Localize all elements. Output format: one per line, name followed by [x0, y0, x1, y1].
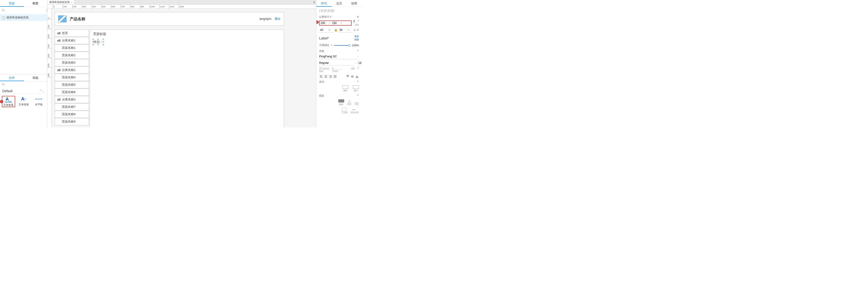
widget-text-label[interactable]: 1 A_ 文本标签 [2, 96, 15, 107]
valign-top-icon[interactable] [346, 75, 350, 78]
resize-handle[interactable] [98, 39, 99, 40]
nav-item[interactable]: 首页 [55, 29, 89, 37]
canvas[interactable]: 产品名称 langzipm 退出 首页 分类名称1 页面名称1 页面名称2 页面… [52, 9, 316, 128]
line-type-select[interactable] [354, 100, 359, 103]
nav-item[interactable]: 分类名称1 [55, 37, 89, 44]
font-family-select[interactable] [319, 54, 356, 59]
rotation-input[interactable] [352, 20, 357, 23]
tab-notes[interactable]: 说明 [346, 0, 362, 7]
tab-masters[interactable]: 母版 [24, 75, 48, 81]
align-right-icon[interactable] [329, 75, 333, 78]
nav-subitem[interactable]: 页面名称7 [55, 103, 89, 111]
folder-icon [57, 69, 61, 71]
mock-main[interactable]: 页面标题 性别： [90, 29, 284, 128]
valign-middle-icon[interactable] [350, 75, 354, 78]
letter-spacing-input[interactable]: 0 [332, 67, 342, 70]
align-left-icon[interactable] [319, 75, 323, 78]
library-select[interactable]: Default ⌃⌄ [0, 88, 47, 94]
arrow-style-select[interactable]: — [351, 108, 357, 111]
visibility-toggle[interactable] [342, 108, 346, 111]
nav-subitem[interactable]: 页面名称8 [55, 111, 89, 118]
nav-subitem[interactable]: 页面名称4 [55, 74, 89, 81]
valign-bottom-icon[interactable] [355, 75, 359, 78]
update-link[interactable]: 更新 [354, 35, 359, 38]
text-label-icon: A_ [2, 96, 15, 103]
flip-v-icon[interactable]: ⇵ [357, 28, 359, 32]
widgets-search-input[interactable] [7, 83, 45, 86]
opacity-value: 100% [352, 44, 359, 47]
resize-handle[interactable] [93, 44, 94, 45]
folder-icon [57, 99, 61, 101]
align-justify-icon[interactable] [333, 75, 337, 78]
library-name: Default [2, 89, 12, 93]
nav-subitem[interactable]: 页面名称6 [55, 88, 89, 96]
svg-line-1 [4, 11, 5, 11]
widget-label: 文本标签 [2, 103, 15, 107]
resize-handle[interactable] [103, 41, 104, 43]
height-input[interactable] [339, 28, 348, 32]
tab-pages[interactable]: 页面 [0, 0, 24, 7]
x-input[interactable] [320, 22, 329, 25]
lock-aspect-icon[interactable]: 🔒 [334, 28, 338, 32]
chevron-down-icon[interactable]: ⌄ [357, 55, 359, 58]
widget-text-paragraph[interactable]: A≡ 文本段落 [17, 96, 30, 107]
nav-subitem[interactable]: 页面名称9 [55, 118, 89, 126]
text-paragraph-icon: A≡ [17, 96, 30, 102]
ruler-horizontal: 0 100 200 300 400 500 600 700 800 900 10… [48, 5, 316, 9]
resize-handle[interactable] [103, 39, 104, 40]
fill-color-swatch[interactable] [342, 85, 348, 89]
tab-overview[interactable]: 概要 [24, 0, 48, 7]
visibility-label: 可见性 [342, 111, 348, 114]
mock-header[interactable]: 产品名称 langzipm 退出 [55, 12, 284, 26]
shape-name-input[interactable]: (矩形名称) [319, 9, 359, 13]
pages-search-input[interactable] [6, 9, 45, 12]
opacity-slider[interactable] [334, 45, 350, 46]
tab-interact[interactable]: 交互 [332, 0, 347, 7]
w-label: W [329, 29, 331, 31]
line-width-input[interactable]: 0 [347, 100, 352, 103]
nav-subitem[interactable]: 页面名称3 [55, 59, 89, 66]
mock-sidebar[interactable]: 首页 分类名称1 页面名称1 页面名称2 页面名称3 分类名称2 页面名称4 页… [55, 29, 89, 126]
resize-handle[interactable] [103, 44, 104, 45]
section-typography: 排版 [319, 49, 324, 53]
tab-components[interactable]: 元件 [0, 75, 24, 81]
selected-text: 性别： [94, 40, 103, 44]
text-transform-icon[interactable]: Aa [351, 67, 354, 73]
widget-hr[interactable]: 水平线 [32, 96, 45, 107]
file-tab[interactable]: 使用单选按钮实现 × [48, 0, 74, 4]
svg-point-13 [41, 99, 42, 100]
line-color-swatch[interactable] [338, 99, 344, 103]
rotation-unit: ° [358, 20, 359, 23]
search-icon [2, 9, 5, 12]
nav-subitem[interactable]: 页面名称2 [55, 52, 89, 59]
font-weight-select[interactable] [319, 61, 354, 65]
tab-menu-icon[interactable]: ▾ [312, 1, 316, 4]
y-input[interactable] [331, 22, 340, 25]
logout-link[interactable]: 退出 [275, 17, 280, 21]
font-size-input[interactable] [358, 61, 362, 65]
text-options-icon[interactable]: T [358, 67, 359, 73]
close-icon[interactable]: × [71, 1, 72, 4]
line-height-input[interactable]: 20 (auto) [319, 67, 329, 70]
letter-spacing-label: 字间距 [332, 70, 342, 73]
file-tab-label: 使用单选按钮实现 [49, 0, 69, 4]
nav-subitem[interactable]: 页面名称5 [55, 81, 89, 88]
visibility-icon[interactable]: ◉ [357, 15, 359, 19]
section-fill: 填充 [319, 80, 324, 84]
tab-style[interactable]: 样式 [316, 0, 332, 7]
width-input[interactable] [319, 28, 329, 32]
create-link[interactable]: 创建 [354, 38, 359, 41]
resize-handle[interactable] [93, 39, 94, 40]
nav-item[interactable]: 分类名称2 [55, 66, 89, 74]
fill-image-swatch[interactable] [353, 85, 359, 89]
chevron-down-icon[interactable]: ⌄ [355, 62, 357, 64]
resize-handle[interactable] [98, 44, 99, 45]
selected-element[interactable]: 性别： [93, 39, 103, 45]
nav-item[interactable]: 分类名称3 [55, 96, 89, 103]
flip-h-icon[interactable]: ⇄ [353, 28, 356, 32]
page-tree-item[interactable]: 使用单选按钮实现 [0, 14, 47, 21]
nav-subitem[interactable]: 页面名称1 [55, 44, 89, 52]
resize-handle[interactable] [93, 41, 94, 43]
align-center-icon[interactable] [324, 75, 328, 78]
username-label: langzipm [259, 17, 271, 21]
